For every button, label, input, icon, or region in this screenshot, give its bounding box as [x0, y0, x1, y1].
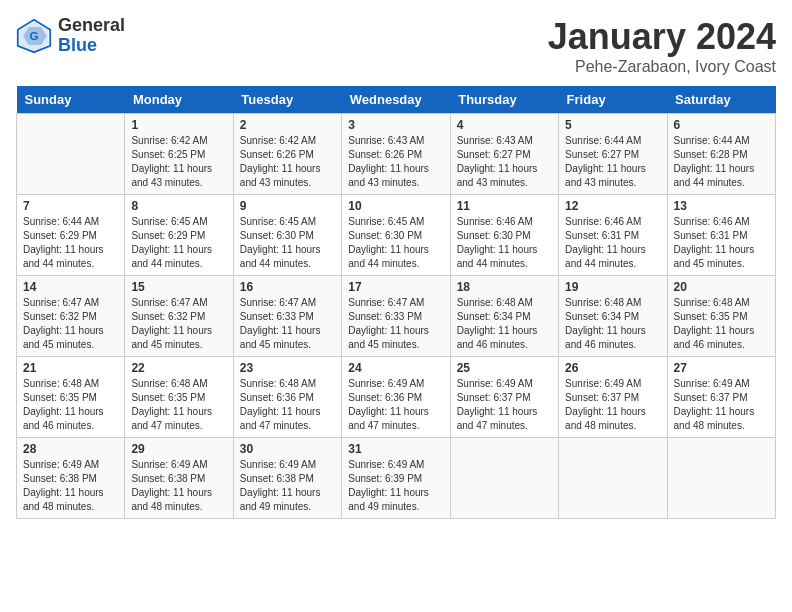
calendar-week-row: 1Sunrise: 6:42 AMSunset: 6:25 PMDaylight… — [17, 114, 776, 195]
day-number: 13 — [674, 199, 769, 213]
weekday-header: Monday — [125, 86, 233, 114]
day-number: 24 — [348, 361, 443, 375]
day-number: 12 — [565, 199, 660, 213]
logo-icon: G — [16, 18, 52, 54]
calendar-cell: 5Sunrise: 6:44 AMSunset: 6:27 PMDaylight… — [559, 114, 667, 195]
cell-info: Sunrise: 6:42 AMSunset: 6:25 PMDaylight:… — [131, 134, 226, 190]
calendar-cell: 8Sunrise: 6:45 AMSunset: 6:29 PMDaylight… — [125, 195, 233, 276]
weekday-header: Sunday — [17, 86, 125, 114]
calendar-cell — [450, 438, 558, 519]
day-number: 21 — [23, 361, 118, 375]
svg-text:G: G — [29, 28, 38, 41]
calendar-cell: 14Sunrise: 6:47 AMSunset: 6:32 PMDayligh… — [17, 276, 125, 357]
day-number: 27 — [674, 361, 769, 375]
weekday-header: Tuesday — [233, 86, 341, 114]
calendar-cell: 10Sunrise: 6:45 AMSunset: 6:30 PMDayligh… — [342, 195, 450, 276]
weekday-header: Saturday — [667, 86, 775, 114]
day-number: 10 — [348, 199, 443, 213]
logo-text: General Blue — [58, 16, 125, 56]
calendar-cell: 1Sunrise: 6:42 AMSunset: 6:25 PMDaylight… — [125, 114, 233, 195]
page-header: G General Blue January 2024 Pehe-Zarabao… — [16, 16, 776, 76]
day-number: 3 — [348, 118, 443, 132]
cell-info: Sunrise: 6:49 AMSunset: 6:38 PMDaylight:… — [131, 458, 226, 514]
calendar-cell: 7Sunrise: 6:44 AMSunset: 6:29 PMDaylight… — [17, 195, 125, 276]
calendar-cell: 19Sunrise: 6:48 AMSunset: 6:34 PMDayligh… — [559, 276, 667, 357]
day-number: 28 — [23, 442, 118, 456]
calendar-cell: 18Sunrise: 6:48 AMSunset: 6:34 PMDayligh… — [450, 276, 558, 357]
day-number: 11 — [457, 199, 552, 213]
day-number: 22 — [131, 361, 226, 375]
day-number: 19 — [565, 280, 660, 294]
cell-info: Sunrise: 6:49 AMSunset: 6:36 PMDaylight:… — [348, 377, 443, 433]
cell-info: Sunrise: 6:49 AMSunset: 6:38 PMDaylight:… — [240, 458, 335, 514]
calendar-cell: 20Sunrise: 6:48 AMSunset: 6:35 PMDayligh… — [667, 276, 775, 357]
calendar-cell: 12Sunrise: 6:46 AMSunset: 6:31 PMDayligh… — [559, 195, 667, 276]
calendar-cell: 4Sunrise: 6:43 AMSunset: 6:27 PMDaylight… — [450, 114, 558, 195]
cell-info: Sunrise: 6:47 AMSunset: 6:33 PMDaylight:… — [240, 296, 335, 352]
cell-info: Sunrise: 6:48 AMSunset: 6:35 PMDaylight:… — [674, 296, 769, 352]
calendar-cell: 17Sunrise: 6:47 AMSunset: 6:33 PMDayligh… — [342, 276, 450, 357]
day-number: 2 — [240, 118, 335, 132]
cell-info: Sunrise: 6:49 AMSunset: 6:38 PMDaylight:… — [23, 458, 118, 514]
calendar-cell: 30Sunrise: 6:49 AMSunset: 6:38 PMDayligh… — [233, 438, 341, 519]
cell-info: Sunrise: 6:48 AMSunset: 6:34 PMDaylight:… — [457, 296, 552, 352]
calendar-cell — [559, 438, 667, 519]
calendar-cell: 2Sunrise: 6:42 AMSunset: 6:26 PMDaylight… — [233, 114, 341, 195]
calendar-cell: 29Sunrise: 6:49 AMSunset: 6:38 PMDayligh… — [125, 438, 233, 519]
weekday-header-row: SundayMondayTuesdayWednesdayThursdayFrid… — [17, 86, 776, 114]
day-number: 18 — [457, 280, 552, 294]
cell-info: Sunrise: 6:45 AMSunset: 6:29 PMDaylight:… — [131, 215, 226, 271]
calendar-table: SundayMondayTuesdayWednesdayThursdayFrid… — [16, 86, 776, 519]
calendar-cell: 27Sunrise: 6:49 AMSunset: 6:37 PMDayligh… — [667, 357, 775, 438]
logo: G General Blue — [16, 16, 125, 56]
calendar-cell: 13Sunrise: 6:46 AMSunset: 6:31 PMDayligh… — [667, 195, 775, 276]
day-number: 30 — [240, 442, 335, 456]
cell-info: Sunrise: 6:48 AMSunset: 6:35 PMDaylight:… — [23, 377, 118, 433]
cell-info: Sunrise: 6:46 AMSunset: 6:31 PMDaylight:… — [565, 215, 660, 271]
calendar-week-row: 21Sunrise: 6:48 AMSunset: 6:35 PMDayligh… — [17, 357, 776, 438]
calendar-week-row: 14Sunrise: 6:47 AMSunset: 6:32 PMDayligh… — [17, 276, 776, 357]
day-number: 9 — [240, 199, 335, 213]
calendar-cell: 6Sunrise: 6:44 AMSunset: 6:28 PMDaylight… — [667, 114, 775, 195]
calendar-cell: 21Sunrise: 6:48 AMSunset: 6:35 PMDayligh… — [17, 357, 125, 438]
day-number: 25 — [457, 361, 552, 375]
day-number: 23 — [240, 361, 335, 375]
calendar-cell: 31Sunrise: 6:49 AMSunset: 6:39 PMDayligh… — [342, 438, 450, 519]
day-number: 20 — [674, 280, 769, 294]
day-number: 14 — [23, 280, 118, 294]
calendar-cell: 16Sunrise: 6:47 AMSunset: 6:33 PMDayligh… — [233, 276, 341, 357]
weekday-header: Friday — [559, 86, 667, 114]
calendar-cell: 22Sunrise: 6:48 AMSunset: 6:35 PMDayligh… — [125, 357, 233, 438]
cell-info: Sunrise: 6:47 AMSunset: 6:32 PMDaylight:… — [23, 296, 118, 352]
calendar-cell: 3Sunrise: 6:43 AMSunset: 6:26 PMDaylight… — [342, 114, 450, 195]
day-number: 16 — [240, 280, 335, 294]
cell-info: Sunrise: 6:43 AMSunset: 6:27 PMDaylight:… — [457, 134, 552, 190]
cell-info: Sunrise: 6:49 AMSunset: 6:37 PMDaylight:… — [565, 377, 660, 433]
day-number: 26 — [565, 361, 660, 375]
cell-info: Sunrise: 6:45 AMSunset: 6:30 PMDaylight:… — [240, 215, 335, 271]
cell-info: Sunrise: 6:48 AMSunset: 6:36 PMDaylight:… — [240, 377, 335, 433]
cell-info: Sunrise: 6:48 AMSunset: 6:35 PMDaylight:… — [131, 377, 226, 433]
day-number: 8 — [131, 199, 226, 213]
calendar-cell: 15Sunrise: 6:47 AMSunset: 6:32 PMDayligh… — [125, 276, 233, 357]
calendar-cell: 26Sunrise: 6:49 AMSunset: 6:37 PMDayligh… — [559, 357, 667, 438]
cell-info: Sunrise: 6:46 AMSunset: 6:30 PMDaylight:… — [457, 215, 552, 271]
cell-info: Sunrise: 6:49 AMSunset: 6:39 PMDaylight:… — [348, 458, 443, 514]
cell-info: Sunrise: 6:49 AMSunset: 6:37 PMDaylight:… — [457, 377, 552, 433]
day-number: 15 — [131, 280, 226, 294]
cell-info: Sunrise: 6:44 AMSunset: 6:28 PMDaylight:… — [674, 134, 769, 190]
day-number: 1 — [131, 118, 226, 132]
cell-info: Sunrise: 6:48 AMSunset: 6:34 PMDaylight:… — [565, 296, 660, 352]
day-number: 6 — [674, 118, 769, 132]
day-number: 29 — [131, 442, 226, 456]
cell-info: Sunrise: 6:47 AMSunset: 6:32 PMDaylight:… — [131, 296, 226, 352]
cell-info: Sunrise: 6:44 AMSunset: 6:27 PMDaylight:… — [565, 134, 660, 190]
cell-info: Sunrise: 6:45 AMSunset: 6:30 PMDaylight:… — [348, 215, 443, 271]
calendar-cell: 23Sunrise: 6:48 AMSunset: 6:36 PMDayligh… — [233, 357, 341, 438]
calendar-cell: 9Sunrise: 6:45 AMSunset: 6:30 PMDaylight… — [233, 195, 341, 276]
logo-general: General — [58, 16, 125, 36]
calendar-cell: 11Sunrise: 6:46 AMSunset: 6:30 PMDayligh… — [450, 195, 558, 276]
month-year: January 2024 — [548, 16, 776, 58]
calendar-cell — [17, 114, 125, 195]
calendar-week-row: 28Sunrise: 6:49 AMSunset: 6:38 PMDayligh… — [17, 438, 776, 519]
